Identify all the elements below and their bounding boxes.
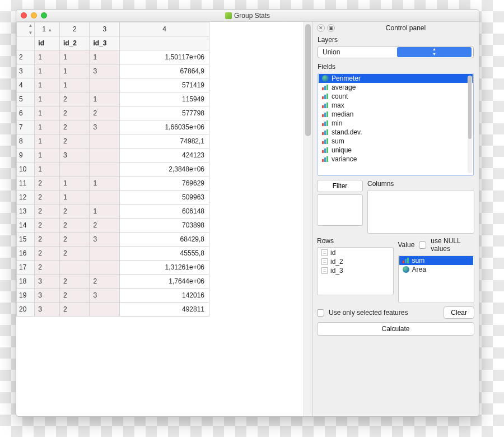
table-cell[interactable]: 3: [90, 120, 120, 134]
filter-button[interactable]: Filter: [317, 180, 363, 192]
table-cell[interactable]: 1: [60, 190, 90, 204]
table-cell[interactable]: [90, 78, 120, 92]
table-cell[interactable]: 1: [60, 50, 90, 64]
fields-item[interactable]: median: [319, 110, 473, 119]
fields-item[interactable]: max: [319, 101, 473, 110]
table-cell[interactable]: 2: [90, 218, 120, 233]
super-header-2[interactable]: 2: [60, 22, 90, 36]
table-cell-value[interactable]: 509963: [120, 190, 209, 204]
table-cell[interactable]: 1: [60, 176, 90, 190]
table-cell-value[interactable]: 1,31261e+06: [120, 261, 209, 275]
table-row[interactable]: 1721,31261e+06: [17, 261, 209, 275]
table-cell-value[interactable]: 577798: [120, 106, 209, 120]
table-cell-value[interactable]: 1,66035e+06: [120, 120, 209, 134]
clear-button[interactable]: Clear: [444, 306, 474, 319]
table-row[interactable]: 6122577798: [17, 106, 209, 120]
table-cell[interactable]: 2: [60, 303, 90, 317]
fields-listbox[interactable]: Perimeteraveragecountmaxmedianminstand.d…: [318, 73, 474, 176]
table-cell[interactable]: 2: [60, 120, 90, 134]
table-cell-value[interactable]: 606148: [120, 204, 209, 218]
table-cell[interactable]: 2: [60, 134, 90, 148]
table-row[interactable]: 13221606148: [17, 204, 209, 218]
filter-dropzone[interactable]: [317, 194, 363, 226]
table-row[interactable]: 71231,66035e+06: [17, 120, 209, 134]
row-number[interactable]: 8: [17, 134, 35, 148]
table-cell-value[interactable]: 142016: [120, 289, 209, 303]
table-cell[interactable]: [90, 247, 120, 261]
fields-scrollbar[interactable]: [468, 76, 472, 173]
row-number[interactable]: 5: [17, 92, 35, 106]
header-id[interactable]: id: [35, 36, 60, 50]
table-cell[interactable]: 2: [35, 204, 60, 218]
table-cell-value[interactable]: 492811: [120, 303, 209, 317]
panel-undock-icon[interactable]: ▣: [327, 24, 335, 32]
header-value[interactable]: [120, 36, 209, 50]
table-cell[interactable]: 1: [60, 78, 90, 92]
table-row[interactable]: 913424123: [17, 148, 209, 162]
super-header-3[interactable]: 3: [90, 22, 120, 36]
rows-item[interactable]: id: [318, 248, 393, 257]
table-cell[interactable]: 2: [35, 176, 60, 190]
table-cell[interactable]: 2: [60, 92, 90, 106]
super-header-4[interactable]: 4: [120, 22, 209, 36]
row-number[interactable]: 7: [17, 120, 35, 134]
table-cell[interactable]: 2: [35, 190, 60, 204]
table-cell-value[interactable]: 74982,1: [120, 134, 209, 148]
table-row[interactable]: 162245555,8: [17, 247, 209, 261]
rows-listbox[interactable]: idid_2id_3: [317, 247, 394, 295]
table-cell[interactable]: 3: [35, 289, 60, 303]
table-cell[interactable]: [90, 162, 120, 176]
table-cell[interactable]: 2: [90, 106, 120, 120]
row-number[interactable]: 9: [17, 148, 35, 162]
table-cell[interactable]: 2: [35, 261, 60, 275]
row-number[interactable]: 15: [17, 233, 35, 247]
table-row[interactable]: 19323142016: [17, 289, 209, 303]
table-cell[interactable]: 2: [60, 275, 90, 289]
use-null-checkbox[interactable]: [419, 241, 426, 249]
results-table[interactable]: ▲ ▼ 1 ▲ 2 3 4 id id_2 id_3: [16, 22, 209, 317]
row-number[interactable]: 6: [17, 106, 35, 120]
table-cell[interactable]: 1: [35, 148, 60, 162]
fields-item[interactable]: min: [319, 119, 473, 128]
table-cell[interactable]: [60, 162, 90, 176]
row-number[interactable]: 19: [17, 289, 35, 303]
table-cell[interactable]: 1: [90, 176, 120, 190]
row-number[interactable]: 3: [17, 64, 35, 78]
table-cell[interactable]: 1: [90, 92, 120, 106]
row-number[interactable]: 4: [17, 78, 35, 92]
table-cell[interactable]: 1: [35, 50, 60, 64]
corner-header[interactable]: [17, 36, 35, 50]
use-selected-checkbox[interactable]: [317, 309, 324, 317]
table-cell[interactable]: [90, 190, 120, 204]
table-row[interactable]: 1522368429,8: [17, 233, 209, 247]
table-row[interactable]: 2032492811: [17, 303, 209, 317]
table-scrollbar[interactable]: [304, 22, 312, 416]
fields-item[interactable]: sum: [319, 137, 473, 146]
rows-item[interactable]: id_3: [318, 266, 393, 275]
table-cell[interactable]: 3: [90, 64, 120, 78]
row-number[interactable]: 18: [17, 275, 35, 289]
table-cell[interactable]: 1: [35, 134, 60, 148]
table-cell[interactable]: [60, 261, 90, 275]
row-number[interactable]: 12: [17, 190, 35, 204]
table-cell-value[interactable]: 115949: [120, 92, 209, 106]
table-cell[interactable]: 3: [35, 275, 60, 289]
table-cell[interactable]: 2: [35, 218, 60, 233]
header-id3[interactable]: id_3: [90, 36, 120, 50]
row-number[interactable]: 20: [17, 303, 35, 317]
row-number[interactable]: 14: [17, 218, 35, 233]
table-cell-value[interactable]: 424123: [120, 148, 209, 162]
table-scrollbar-thumb[interactable]: [305, 24, 311, 136]
table-row[interactable]: 5121115949: [17, 92, 209, 106]
panel-close-icon[interactable]: ✕: [317, 24, 325, 32]
table-cell-value[interactable]: 2,3848e+06: [120, 162, 209, 176]
table-cell[interactable]: 1: [35, 78, 60, 92]
fields-item[interactable]: Perimeter: [319, 74, 473, 83]
table-cell[interactable]: 1: [35, 64, 60, 78]
fields-scrollbar-thumb[interactable]: [468, 76, 472, 139]
table-row[interactable]: 411571419: [17, 78, 209, 92]
table-cell-value[interactable]: 571419: [120, 78, 209, 92]
table-cell-value[interactable]: 45555,8: [120, 247, 209, 261]
table-cell[interactable]: 1: [90, 204, 120, 218]
table-cell[interactable]: 3: [35, 303, 60, 317]
